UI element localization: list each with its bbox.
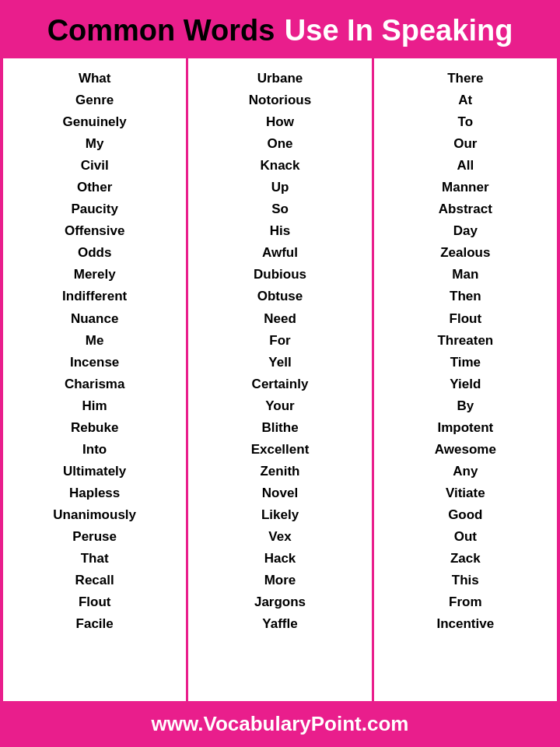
list-item: Into — [82, 439, 107, 461]
list-item: So — [271, 198, 289, 220]
header-bold-title: Common Words — [47, 14, 275, 47]
list-item: Offensive — [65, 220, 124, 242]
list-item: Hapless — [69, 482, 120, 504]
list-item: One — [267, 133, 292, 155]
column-3: ThereAtToOurAllMannerAbstractDayZealousM… — [374, 58, 557, 701]
list-item: Ultimately — [63, 461, 126, 482]
list-item: Man — [452, 264, 478, 286]
list-item: Rebuke — [71, 417, 118, 439]
list-item: Paucity — [71, 198, 117, 220]
list-item: Likely — [261, 504, 299, 526]
column-2: UrbaneNotoriousHowOneKnackUpSoHisAwfulDu… — [188, 58, 373, 701]
list-item: All — [457, 155, 474, 177]
list-item: Odds — [78, 242, 111, 264]
list-item: Merely — [74, 264, 116, 286]
list-item: Nuance — [71, 308, 118, 330]
list-item: Flout — [450, 308, 482, 330]
list-item: That — [81, 548, 109, 570]
list-item: Manner — [442, 177, 488, 198]
list-item: Any — [453, 461, 478, 482]
list-item: Zenith — [260, 461, 299, 482]
list-item: Knack — [260, 155, 299, 177]
list-item: Hack — [264, 548, 296, 570]
list-item: Indifferent — [62, 286, 127, 307]
column-1: WhatGenreGenuinelyMyCivilOtherPaucityOff… — [3, 58, 188, 701]
list-item: My — [86, 133, 104, 155]
list-item: At — [458, 89, 472, 111]
list-item: Urbane — [257, 68, 303, 89]
list-item: Genuinely — [63, 111, 127, 133]
list-item: Our — [453, 133, 477, 155]
list-item: Him — [82, 395, 107, 417]
list-item: There — [447, 68, 483, 89]
list-item: Then — [450, 286, 481, 307]
list-item: Facile — [76, 613, 114, 635]
list-item: His — [270, 220, 290, 242]
list-item: Time — [450, 352, 481, 374]
list-item: How — [266, 111, 294, 133]
list-item: Incentive — [436, 613, 494, 635]
list-item: By — [457, 395, 474, 417]
list-item: More — [264, 570, 296, 591]
list-item: Incense — [70, 352, 119, 374]
list-item: This — [452, 570, 479, 591]
list-item: Charisma — [65, 374, 124, 395]
list-item: To — [458, 111, 474, 133]
list-item: Good — [448, 504, 482, 526]
content-area: WhatGenreGenuinelyMyCivilOtherPaucityOff… — [3, 58, 557, 701]
list-item: Impotent — [437, 417, 493, 439]
list-item: Jargons — [254, 591, 306, 613]
list-item: Civil — [81, 155, 109, 177]
list-item: Me — [86, 330, 104, 352]
list-item: Novel — [262, 482, 298, 504]
list-item: Zack — [450, 548, 481, 570]
list-item: Abstract — [439, 198, 492, 220]
list-item: Yaffle — [262, 613, 297, 635]
header-subtitle: Use In Speaking — [285, 14, 513, 47]
list-item: Need — [264, 308, 296, 330]
list-item: Day — [453, 220, 478, 242]
list-item: From — [449, 591, 482, 613]
list-item: Zealous — [440, 242, 490, 264]
list-item: Up — [271, 177, 289, 198]
list-item: Unanimously — [53, 504, 136, 526]
list-item: Awful — [262, 242, 298, 264]
list-item: Certainly — [252, 374, 309, 395]
list-item: Flout — [79, 591, 111, 613]
list-item: Yell — [268, 352, 291, 374]
list-item: Yield — [450, 374, 481, 395]
list-item: What — [79, 68, 111, 89]
list-item: Obtuse — [257, 286, 303, 307]
page-header: Common Words Use In Speaking — [0, 0, 560, 58]
footer-url: www.VocabularyPoint.com — [152, 712, 409, 735]
list-item: Notorious — [249, 89, 311, 111]
list-item: Awesome — [435, 439, 496, 461]
list-item: Genre — [75, 89, 114, 111]
list-item: Vitiate — [446, 482, 485, 504]
list-item: Vex — [268, 526, 291, 548]
list-item: Excellent — [251, 439, 310, 461]
list-item: Recall — [75, 570, 114, 591]
list-item: Threaten — [437, 330, 493, 352]
list-item: Your — [265, 395, 294, 417]
list-item: Out — [454, 526, 477, 548]
list-item: Blithe — [261, 417, 298, 439]
list-item: Peruse — [72, 526, 117, 548]
list-item: Other — [77, 177, 112, 198]
page-footer: www.VocabularyPoint.com — [0, 701, 560, 747]
list-item: For — [269, 330, 290, 352]
list-item: Dubious — [254, 264, 306, 286]
